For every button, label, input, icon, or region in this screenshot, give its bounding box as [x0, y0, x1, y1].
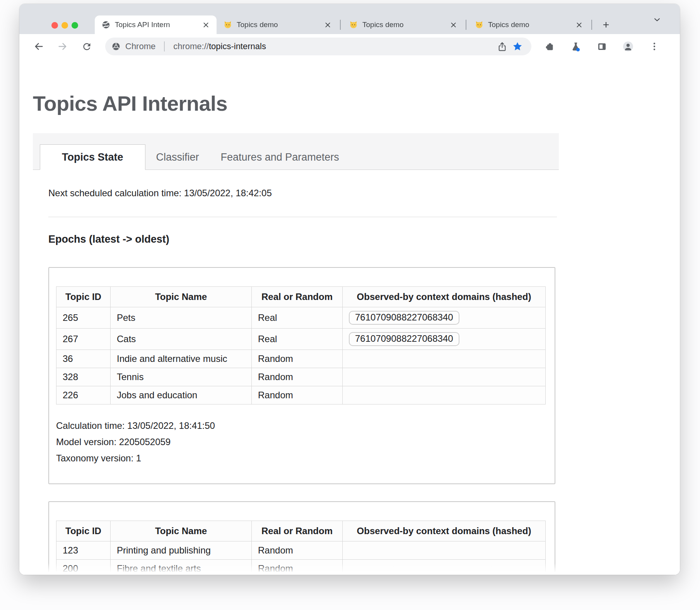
observed-domains-cell [343, 350, 546, 368]
page-tab-features-and-parameters[interactable]: Features and Parameters [210, 144, 350, 170]
tab-close-button[interactable] [448, 19, 459, 30]
topic-id-cell: 226 [56, 386, 111, 404]
browser-tab[interactable]: Topics demo [342, 15, 464, 34]
minimize-window-button[interactable] [61, 22, 68, 29]
epoch-panel: Topic IDTopic NameReal or RandomObserved… [48, 501, 555, 575]
extensions-button[interactable] [541, 39, 557, 54]
close-x-icon [324, 21, 331, 29]
topic-name-cell: Printing and publishing [111, 541, 252, 560]
table-row: 123Printing and publishingRandom [56, 541, 546, 560]
browser-tab[interactable]: Topics demo [217, 15, 338, 34]
tab-close-button[interactable] [574, 19, 584, 30]
epoch-meta-line: Model version: 2205052059 [56, 434, 555, 450]
observed-domains-cell [343, 386, 546, 404]
bookmark-button[interactable] [510, 39, 525, 54]
share-button[interactable] [494, 39, 510, 54]
forward-arrow-icon [57, 41, 68, 52]
bookmark-star-icon [512, 41, 523, 52]
browser-tab[interactable]: Topics demo [468, 15, 590, 34]
close-window-button[interactable] [51, 22, 58, 29]
side-panel-button[interactable] [594, 39, 610, 54]
back-button[interactable] [31, 39, 46, 54]
epochs-heading: Epochs (latest -> oldest) [48, 233, 559, 245]
hashed-domain-chip: 7610709088227068340 [349, 332, 459, 346]
column-header-topic-name-cell: Topic Name [111, 287, 252, 307]
tab-strip: Topics API Intern Topics demo [19, 4, 680, 34]
divider [48, 217, 557, 217]
real-or-random-cell: Real [252, 307, 343, 329]
url-host: topics-internals [209, 41, 266, 51]
cat-favicon-icon [475, 21, 483, 29]
cat-favicon-icon [224, 21, 232, 29]
browser-window: Topics API Intern Topics demo [19, 4, 680, 575]
three-dots-icon [649, 41, 659, 51]
back-arrow-icon [33, 41, 44, 52]
epoch-meta-line: Calculation time: 13/05/2022, 18:41:50 [56, 418, 555, 434]
topic-name-cell: Tennis [111, 368, 252, 386]
url-text: chrome://topics-internals [173, 41, 266, 51]
address-bar[interactable]: Chrome chrome://topics-internals [105, 38, 531, 55]
epoch-table: Topic IDTopic NameReal or RandomObserved… [56, 286, 546, 404]
chrome-logo-icon [111, 42, 121, 51]
real-or-random-cell: Random [252, 560, 343, 575]
tab-title: Topics demo [237, 21, 318, 29]
table-row: 267CatsReal7610709088227068340 [56, 329, 546, 350]
topic-name-cell: Indie and alternative music [111, 350, 252, 368]
observed-domains-cell [343, 368, 546, 386]
column-header-topic-id-cell: Topic ID [56, 521, 111, 541]
topic-id-cell: 267 [56, 329, 111, 350]
reload-button[interactable] [79, 39, 94, 54]
column-header-observed-domains-cell: Observed-by context domains (hashed) [343, 287, 546, 307]
column-header-real-or-random-cell: Real or Random [252, 287, 343, 307]
page-tab-classifier[interactable]: Classifier [145, 144, 210, 170]
url-scheme: chrome:// [173, 41, 209, 51]
real-or-random-cell: Real [252, 329, 343, 350]
window-controls [51, 22, 78, 29]
topic-name-cell: Fibre and textile arts [111, 560, 252, 575]
tab-title: Topics demo [488, 21, 569, 29]
tab-overview-button[interactable] [650, 13, 664, 26]
epoch-panel: Topic IDTopic NameReal or RandomObserved… [48, 267, 555, 484]
zoom-window-button[interactable] [72, 22, 78, 29]
tab-favicon [349, 21, 358, 29]
experiments-button[interactable] [568, 39, 583, 54]
menu-button[interactable] [647, 39, 662, 54]
toolbar-actions [541, 39, 662, 54]
browser-toolbar: Chrome chrome://topics-internals [19, 34, 680, 59]
profile-button[interactable] [620, 39, 636, 54]
forward-button[interactable] [55, 39, 70, 54]
browser-tab-active[interactable]: Topics API Intern [95, 15, 217, 34]
observed-domains-cell [343, 560, 546, 575]
tab-close-button[interactable] [200, 19, 211, 30]
new-tab-button[interactable] [599, 18, 613, 32]
topic-name-cell: Pets [111, 307, 252, 329]
omnibox-divider [164, 41, 165, 51]
epoch-table-header-row: Topic IDTopic NameReal or RandomObserved… [56, 287, 546, 307]
globe-favicon-icon [102, 21, 110, 29]
tab-title: Topics demo [362, 21, 443, 29]
topic-id-cell: 200 [56, 560, 111, 575]
real-or-random-cell: Random [252, 368, 343, 386]
observed-domains-cell: 7610709088227068340 [343, 307, 546, 329]
site-label: Chrome [125, 41, 155, 51]
tab-separator [340, 20, 341, 30]
close-x-icon [450, 21, 457, 29]
chevron-down-icon [653, 14, 661, 25]
real-or-random-cell: Random [252, 541, 343, 560]
column-header-observed-domains-cell: Observed-by context domains (hashed) [343, 521, 546, 541]
page-tab-topics-state[interactable]: Topics State [40, 144, 145, 170]
topic-id-cell: 123 [56, 541, 111, 560]
tab-title: Topics API Intern [115, 21, 196, 29]
hashed-domain-chip: 7610709088227068340 [349, 311, 459, 325]
browser-tabs: Topics API Intern Topics demo [95, 15, 613, 34]
real-or-random-cell: Random [252, 350, 343, 368]
cat-favicon-icon [349, 21, 358, 29]
reload-icon [82, 41, 92, 52]
observed-domains-cell [343, 541, 546, 560]
next-calculation-time: Next scheduled calculation time: 13/05/2… [48, 188, 559, 199]
tabbox: Topics StateClassifierFeatures and Param… [33, 133, 559, 575]
close-x-icon [575, 21, 583, 29]
table-row: 200Fibre and textile artsRandom [56, 560, 546, 575]
tab-close-button[interactable] [322, 19, 333, 30]
page-title: Topics API Internals [33, 91, 680, 115]
